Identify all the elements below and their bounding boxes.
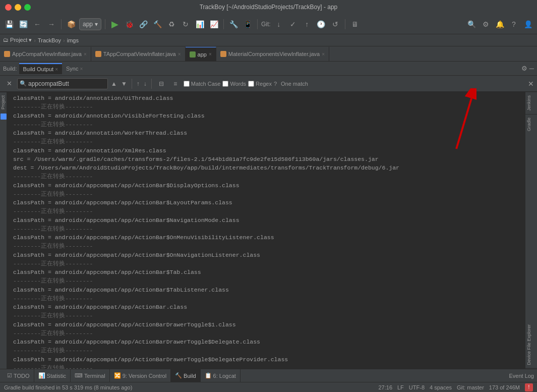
status-bar-right: 27:16 LF UTF-8 4 spaces Git: master 173 … (378, 383, 533, 391)
search-close-left-icon[interactable]: ✕ (3, 78, 15, 90)
git-update-button[interactable]: ↓ (273, 18, 285, 30)
version-label: 9: Version Control (123, 373, 166, 379)
error-indicator[interactable]: ! (525, 383, 533, 391)
breadcrumb-imgs[interactable]: imgs (67, 37, 79, 43)
git-commit-button[interactable]: ✓ (287, 18, 299, 30)
gradle-sync-button[interactable]: ↻ (180, 18, 192, 30)
run-button[interactable]: ▶ (109, 18, 121, 30)
output-line: --------正在转换-------- (7, 364, 525, 369)
logcat-tab[interactable]: 📋 6: Logcat (201, 369, 241, 382)
profiler-button[interactable]: 📈 (208, 18, 220, 30)
minimize-button[interactable] (15, 4, 21, 11)
statistic-tab[interactable]: 📊 Statistic (34, 369, 71, 382)
help-button[interactable]: ? (508, 18, 520, 30)
build-variants-icon[interactable]: 📦 (65, 18, 77, 30)
sidebar-project-icon[interactable] (1, 114, 7, 120)
help-icon[interactable]: ? (274, 81, 277, 87)
regex-checkbox[interactable] (248, 81, 254, 87)
match-case-option[interactable]: Match Case (184, 81, 221, 87)
search-everywhere-button[interactable]: 🔍 (465, 18, 478, 30)
output-line: classPath = androidx/appcompat/app/Actio… (7, 320, 525, 329)
search-close-button[interactable]: ✕ (528, 80, 534, 88)
search-options-icon[interactable]: ≡ (169, 78, 182, 90)
git-push-button[interactable]: ↑ (301, 18, 313, 30)
search-up-button[interactable]: ↑ (136, 80, 141, 87)
file-tab-close-app[interactable]: × (209, 51, 212, 57)
app-dropdown[interactable]: app ▾ (79, 18, 101, 30)
cursor-position[interactable]: 27:16 (378, 384, 392, 390)
build-panel-settings-icon[interactable]: ⚙ (521, 65, 527, 72)
avd-manager-button[interactable]: 📱 (242, 18, 254, 30)
file-tab-close[interactable]: × (84, 51, 87, 57)
java-icon-2 (95, 51, 101, 57)
indent[interactable]: 4 spaces (430, 384, 452, 390)
file-tab-material[interactable]: MaterialComponentsViewInflater.java × (216, 47, 329, 61)
reload-button[interactable]: ♻ (165, 18, 177, 30)
window-title: TrackBoy [~/AndroidStudioProjects/TrackB… (200, 4, 338, 11)
git-revert-button[interactable]: ↺ (329, 18, 341, 30)
sync-tab-label: Sync (66, 66, 78, 72)
terminal-tab[interactable]: ⌨ Terminal (71, 369, 110, 382)
encoding[interactable]: UTF-8 (409, 384, 425, 390)
device-file-explorer-label[interactable]: Device File Explorer (525, 321, 537, 369)
close-button[interactable] (5, 4, 12, 11)
sdk-manager-button[interactable]: 🔧 (227, 18, 240, 30)
build-output-tab[interactable]: Build Output × (19, 63, 62, 74)
maximize-button[interactable] (24, 4, 31, 11)
words-label: Words (230, 81, 246, 87)
build-tabs-row: Build: Build Output × Sync × ⚙ ─ (0, 62, 537, 76)
settings-button[interactable]: ⚙ (480, 18, 492, 30)
vcs-branch[interactable]: Git: master (457, 384, 484, 390)
search-down-button[interactable]: ↓ (143, 80, 148, 87)
terminal-icon: ⌨ (75, 372, 83, 379)
build-tab[interactable]: 🔨 Build (171, 369, 200, 382)
traffic-lights (5, 4, 31, 11)
sidebar-project-label[interactable]: Project (0, 92, 7, 113)
words-checkbox[interactable] (222, 81, 228, 87)
notifications-button[interactable]: 🔔 (494, 18, 506, 30)
search-input[interactable] (28, 80, 99, 87)
file-tab-appcompat[interactable]: AppCompatViewInflater.java × (0, 47, 91, 61)
file-tab-close-material[interactable]: × (322, 51, 325, 57)
output-line: --------正在转换-------- (7, 294, 525, 303)
jenkins-label[interactable]: Jenkins (525, 92, 537, 114)
statistic-icon: 📊 (38, 372, 45, 379)
words-option[interactable]: Words (222, 81, 246, 87)
save-all-button[interactable]: 💾 (3, 18, 15, 30)
coverage-button[interactable]: 📊 (194, 18, 206, 30)
version-control-tab[interactable]: 🔀 9: Version Control (110, 369, 171, 382)
event-log-button[interactable]: Event Log (509, 373, 534, 379)
gradle-label[interactable]: Gradle (525, 114, 537, 134)
sync-button[interactable]: 🔄 (17, 18, 29, 30)
match-case-checkbox[interactable] (184, 81, 190, 87)
breadcrumb-trackboy[interactable]: TrackBoy (38, 37, 61, 43)
forward-button[interactable]: → (45, 18, 57, 30)
todo-tab[interactable]: ☑ TODO (3, 369, 34, 382)
sync-tab[interactable]: Sync × (62, 64, 87, 74)
back-button[interactable]: ← (31, 18, 43, 30)
search-filter-icon[interactable]: ⊟ (155, 78, 167, 90)
build-hammer-button[interactable]: 🔨 (151, 18, 163, 30)
git-history-button[interactable]: 🕐 (315, 18, 327, 30)
build-output-panel: classPath = androidx/annotation/UiThread… (7, 92, 525, 369)
search-prev-match-button[interactable]: ▲ (110, 80, 118, 87)
build-panel-collapse-icon[interactable]: ─ (529, 65, 534, 72)
file-tabs: AppCompatViewInflater.java × TAppCompatV… (0, 46, 537, 62)
build-output-content[interactable]: classPath = androidx/annotation/UiThread… (7, 92, 525, 369)
sync-tab-close[interactable]: × (80, 66, 83, 72)
file-tab-app[interactable]: app × (186, 47, 216, 61)
file-tab-tappcompat[interactable]: TAppCompatViewInflater.java × (91, 47, 186, 61)
debug-button[interactable]: 🐞 (123, 18, 135, 30)
regex-option[interactable]: Regex (248, 81, 272, 87)
attach-button[interactable]: 🔗 (137, 18, 149, 30)
output-line: classPath = androidx/appcompat/app/Actio… (7, 286, 525, 294)
version-icon: 🔀 (114, 372, 121, 379)
user-icon[interactable]: 👤 (522, 18, 534, 30)
device-mirror-button[interactable]: 🖥 (349, 18, 361, 30)
file-tab-close-2[interactable]: × (178, 51, 181, 57)
build-output-tab-close[interactable]: × (55, 67, 58, 72)
search-next-match-button[interactable]: ▼ (120, 80, 128, 87)
breadcrumb-project[interactable]: 🗂 Project ▾ (3, 37, 32, 43)
line-separator[interactable]: LF (397, 384, 404, 390)
output-line: --------正在转换-------- (7, 190, 525, 198)
